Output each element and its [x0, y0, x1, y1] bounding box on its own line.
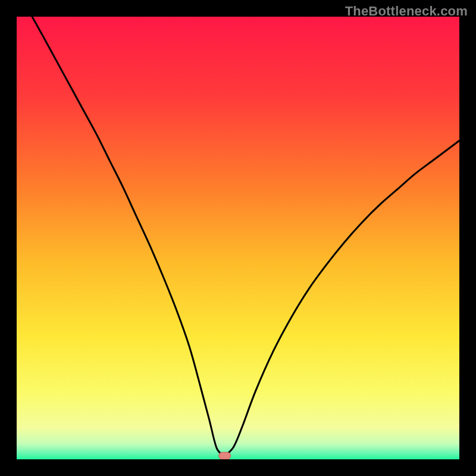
chart-svg [17, 17, 459, 459]
plot-area [17, 17, 459, 459]
outer-frame: TheBottleneck.com [0, 0, 476, 476]
watermark-text: TheBottleneck.com [345, 4, 468, 19]
chart-marker [219, 452, 231, 459]
chart-background [17, 17, 459, 459]
